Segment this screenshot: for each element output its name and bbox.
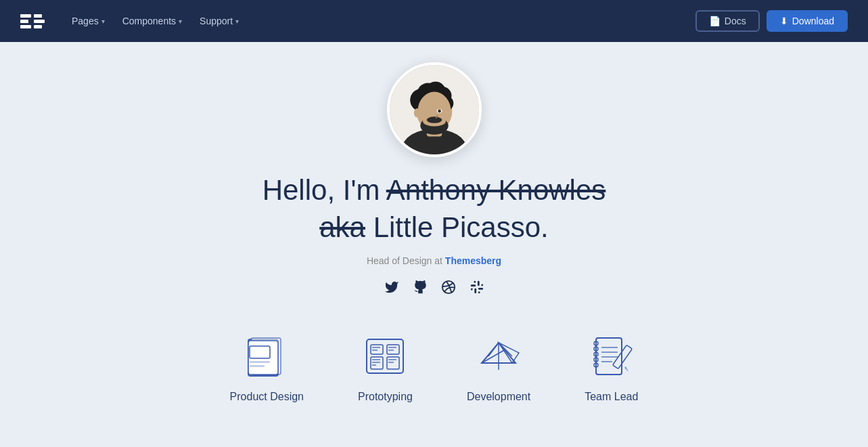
logo[interactable] bbox=[20, 14, 45, 28]
avatar bbox=[387, 62, 482, 157]
download-button[interactable]: ⬇ Download bbox=[767, 10, 848, 32]
docs-icon: 📄 bbox=[709, 16, 721, 26]
hero-section: Hello, I'm Anthony Knowles aka Little Pi… bbox=[0, 42, 868, 299]
hero-nickname: Little Picasso. bbox=[373, 211, 549, 243]
svg-point-12 bbox=[426, 116, 442, 123]
svg-rect-29 bbox=[371, 345, 383, 354]
chevron-down-icon: ▾ bbox=[101, 18, 105, 25]
svg-rect-30 bbox=[371, 357, 383, 369]
twitter-icon[interactable] bbox=[384, 280, 399, 299]
slack-icon[interactable] bbox=[470, 280, 484, 299]
social-links bbox=[384, 280, 484, 299]
hero-name: Anthony Knowles bbox=[386, 174, 606, 206]
svg-marker-58 bbox=[624, 366, 629, 372]
chevron-down-icon: ▾ bbox=[179, 18, 182, 25]
svg-rect-47 bbox=[596, 338, 622, 375]
hero-aka: aka bbox=[319, 211, 365, 243]
skill-prototyping-label: Prototyping bbox=[358, 391, 413, 403]
skill-team-lead-label: Team Lead bbox=[585, 391, 638, 403]
skills-section: Product Design Prototyping bbox=[0, 333, 868, 423]
download-icon: ⬇ bbox=[780, 16, 788, 26]
nav-components[interactable]: Components ▾ bbox=[116, 12, 189, 30]
skill-development-label: Development bbox=[467, 391, 530, 403]
chevron-down-icon: ▾ bbox=[235, 18, 239, 25]
skill-prototyping: Prototyping bbox=[358, 333, 413, 403]
skill-product-design: Product Design bbox=[230, 333, 304, 403]
hero-title: Hello, I'm Anthony Knowles aka Little Pi… bbox=[262, 172, 606, 246]
nav-pages[interactable]: Pages ▾ bbox=[65, 12, 112, 30]
nav-support[interactable]: Support ▾ bbox=[193, 12, 246, 30]
svg-rect-32 bbox=[387, 357, 399, 369]
svg-rect-26 bbox=[250, 361, 270, 363]
svg-rect-27 bbox=[250, 365, 265, 367]
skill-product-design-label: Product Design bbox=[230, 391, 304, 403]
svg-point-15 bbox=[413, 108, 419, 117]
skill-development: Development bbox=[467, 333, 530, 403]
dribbble-icon[interactable] bbox=[441, 280, 456, 299]
brand-name: Themesberg bbox=[445, 255, 501, 266]
hero-subtitle: Head of Design at Themesberg bbox=[367, 255, 501, 266]
navbar: Pages ▾ Components ▾ Support ▾ 📄 Docs ⬇ … bbox=[0, 0, 868, 42]
github-icon[interactable] bbox=[413, 280, 428, 299]
svg-rect-31 bbox=[387, 345, 399, 354]
skill-team-lead: Team Lead bbox=[585, 333, 638, 403]
svg-point-14 bbox=[438, 110, 441, 113]
docs-button[interactable]: 📄 Docs bbox=[695, 10, 760, 32]
svg-line-46 bbox=[482, 349, 505, 363]
